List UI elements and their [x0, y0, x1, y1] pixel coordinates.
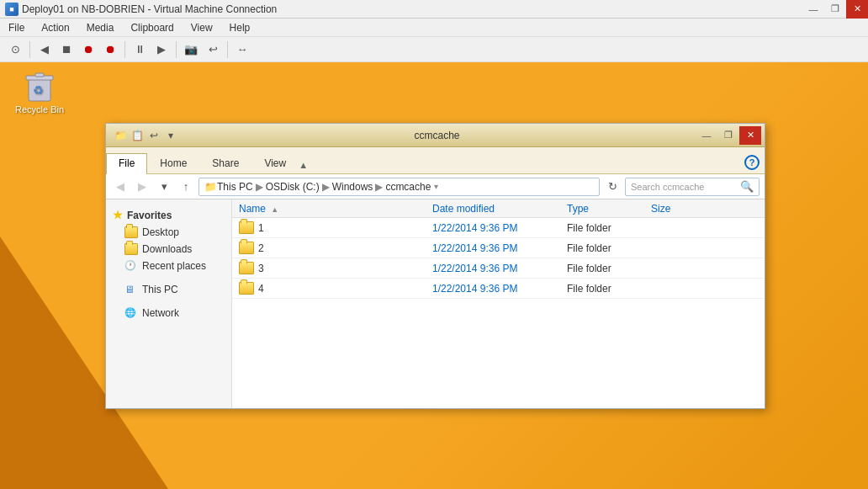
toolbar-record2-btn[interactable]: ⏺: [100, 40, 120, 60]
vm-menu-media[interactable]: Media: [78, 20, 123, 35]
explorer-close-button[interactable]: ✕: [739, 126, 761, 145]
col-header-size[interactable]: Size: [644, 203, 712, 215]
sidebar-item-desktop[interactable]: Desktop: [106, 224, 231, 241]
file-date-1: 1/22/2014 9:36 PM: [426, 222, 560, 234]
file-type-2: File folder: [560, 242, 644, 254]
this-pc-icon: 🖥: [124, 284, 138, 295]
explorer-qs-folder-btn[interactable]: 📁: [113, 128, 128, 143]
file-date-2: 1/22/2014 9:36 PM: [426, 242, 560, 254]
toolbar-play-btn[interactable]: ▶: [151, 40, 172, 60]
table-row[interactable]: 2 1/22/2014 9:36 PM File folder: [232, 238, 765, 258]
col-header-name[interactable]: Name ▲: [232, 203, 426, 215]
toolbar-stop-btn[interactable]: ⏹: [56, 40, 77, 60]
ribbon-tab-share[interactable]: Share: [199, 153, 251, 174]
folder-icon-2: [239, 242, 254, 254]
explorer-qs-copy-btn[interactable]: 📋: [130, 128, 145, 143]
search-box[interactable]: Search ccmcache 🔍: [625, 178, 760, 196]
sidebar-favorites-section: ★ Favorites Desktop Downloads 🕐 Recent p…: [106, 206, 231, 274]
path-osdisk: OSDisk (C:): [266, 181, 320, 193]
vm-restore-button[interactable]: ❐: [824, 0, 846, 19]
explorer-titlebar: 📁 📋 ↩ ▾ ccmcache — ❐ ✕: [106, 124, 765, 147]
search-icon: 🔍: [740, 180, 754, 193]
explorer-filelist: Name ▲ Date modified Type Size 1 1/22/20…: [232, 199, 765, 408]
path-chevron: ▾: [434, 182, 438, 191]
explorer-minimize-button[interactable]: —: [696, 126, 717, 145]
sidebar-network-label: Network: [142, 307, 179, 319]
col-header-type[interactable]: Type: [560, 203, 644, 215]
toolbar-separator-2: [124, 41, 125, 58]
ribbon-tab-file[interactable]: File: [106, 153, 147, 174]
path-ccmcache: ccmcache: [385, 181, 431, 193]
explorer-addressbar: ◀ ▶ ▾ ↑ 📁 This PC ▶ OSDisk (C:) ▶ Window…: [106, 174, 765, 199]
nav-back-button[interactable]: ◀: [111, 178, 130, 196]
path-folder-icon: 📁: [204, 181, 217, 193]
sidebar-item-network[interactable]: 🌐 Network: [106, 305, 231, 322]
ribbon-tab-home[interactable]: Home: [147, 153, 199, 174]
toolbar-pause-btn[interactable]: ⏸: [130, 40, 150, 60]
address-path[interactable]: 📁 This PC ▶ OSDisk (C:) ▶ Windows ▶ ccmc…: [198, 178, 600, 196]
file-name-cell-4: 4: [232, 282, 426, 295]
toolbar-screenshot-btn[interactable]: 📷: [181, 40, 201, 60]
explorer-title-left: 📁 📋 ↩ ▾: [113, 128, 178, 143]
file-name-1: 1: [258, 222, 264, 234]
toolbar-separator-1: [29, 41, 30, 58]
file-name-cell-1: 1: [232, 221, 426, 234]
network-icon: 🌐: [124, 307, 138, 319]
ribbon-help-btn[interactable]: ?: [744, 155, 760, 170]
explorer-qs-undo-btn[interactable]: ↩: [146, 128, 161, 143]
vm-menubar: File Action Media Clipboard View Help: [0, 19, 868, 37]
vm-titlebar: ■ Deploy01 on NB-DOBRIEN - Virtual Machi…: [0, 0, 868, 19]
path-arrow-1: ▶: [256, 181, 263, 193]
filelist-header: Name ▲ Date modified Type Size: [232, 199, 765, 218]
explorer-window: 📁 📋 ↩ ▾ ccmcache — ❐ ✕ File Home Share V…: [105, 123, 765, 409]
vm-close-button[interactable]: ✕: [846, 0, 868, 19]
col-header-date[interactable]: Date modified: [426, 203, 560, 215]
explorer-qs-dropdown-btn[interactable]: ▾: [163, 128, 178, 143]
explorer-title-text: ccmcache: [178, 130, 696, 141]
toolbar-undo-btn[interactable]: ↩: [203, 40, 223, 60]
sidebar-favorites-header[interactable]: ★ Favorites: [106, 206, 231, 224]
file-date-3: 1/22/2014 9:36 PM: [426, 263, 560, 274]
path-arrow-2: ▶: [322, 181, 330, 193]
ribbon-expand-btn[interactable]: ▲: [299, 160, 308, 170]
explorer-ribbon: File Home Share View ▲ ?: [106, 147, 765, 174]
vm-menu-view[interactable]: View: [183, 20, 221, 35]
sidebar-downloads-label: Downloads: [142, 243, 192, 255]
path-windows: Windows: [332, 181, 373, 193]
path-arrow-3: ▶: [375, 181, 383, 193]
file-date-4: 1/22/2014 9:36 PM: [426, 283, 560, 295]
folder-icon-3: [239, 262, 254, 274]
vm-toolbar: ⊙ ◀ ⏹ ⏺ ⏺ ⏸ ▶ 📷 ↩ ↔: [0, 37, 868, 62]
vm-menu-action[interactable]: Action: [33, 20, 77, 35]
desktop-folder-icon: [124, 226, 138, 238]
vm-window-controls: — ❐ ✕: [802, 0, 868, 19]
ribbon-tab-view[interactable]: View: [251, 153, 299, 174]
sidebar-item-downloads[interactable]: Downloads: [106, 241, 231, 258]
toolbar-back-btn[interactable]: ◀: [34, 40, 55, 60]
nav-up-button[interactable]: ↑: [177, 178, 195, 196]
vm-menu-file[interactable]: File: [0, 20, 33, 35]
explorer-restore-button[interactable]: ❐: [717, 126, 739, 145]
recycle-bin-icon[interactable]: ♻ Recycle Bin: [15, 67, 64, 114]
nav-forward-button[interactable]: ▶: [133, 178, 151, 196]
sidebar-item-recent[interactable]: 🕐 Recent places: [106, 258, 231, 274]
vm-menu-clipboard[interactable]: Clipboard: [122, 20, 182, 35]
vm-menu-help[interactable]: Help: [221, 20, 259, 35]
file-name-cell-2: 2: [232, 242, 426, 254]
sidebar-network-section: 🌐 Network: [106, 305, 231, 322]
toolbar-separator-4: [227, 41, 228, 58]
vm-minimize-button[interactable]: —: [802, 0, 824, 19]
table-row[interactable]: 3 1/22/2014 9:36 PM File folder: [232, 258, 765, 279]
table-row[interactable]: 4 1/22/2014 9:36 PM File folder: [232, 279, 765, 299]
file-name-3: 3: [258, 263, 264, 274]
sort-indicator: ▲: [271, 205, 278, 214]
sidebar-item-this-pc[interactable]: 🖥 This PC: [106, 281, 231, 298]
file-type-4: File folder: [560, 283, 644, 295]
refresh-button[interactable]: ↻: [603, 178, 622, 196]
toolbar-fullscreen-btn[interactable]: ↔: [232, 40, 252, 60]
vm-title: Deploy01 on NB-DOBRIEN - Virtual Machine…: [22, 3, 277, 15]
recent-places-icon: 🕐: [124, 260, 138, 272]
toolbar-record-btn[interactable]: ⏺: [78, 40, 98, 60]
table-row[interactable]: 1 1/22/2014 9:36 PM File folder: [232, 218, 765, 238]
nav-dropdown-button[interactable]: ▾: [155, 178, 173, 196]
